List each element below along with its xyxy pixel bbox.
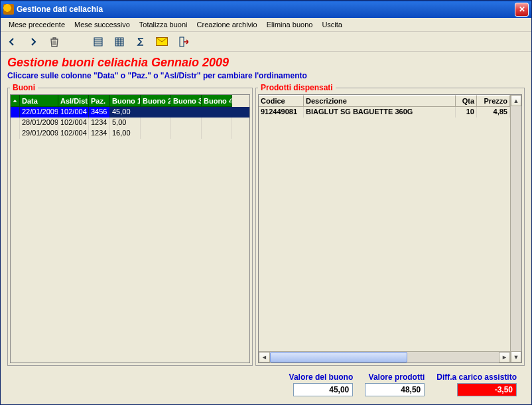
buoni-grid[interactable]: Data Asl/Distr. Paz. Buono 1 Buono 2 Buo…	[10, 94, 250, 363]
cell: 102/004	[58, 107, 89, 118]
prodotti-header[interactable]: Codice Descrizione Qta Prezzo	[259, 95, 510, 107]
prodotti-legend: Prodotti dispensati	[258, 83, 336, 92]
cell: 22/01/2009	[20, 107, 58, 118]
cell: 29/01/2009	[20, 128, 58, 139]
valore-buono-value: 45,00	[293, 383, 353, 396]
col-asl[interactable]: Asl/Distr.	[58, 95, 89, 107]
prodotti-body: 912449081BIAGLUT SG BAGUETTE 360G104,85	[259, 107, 510, 351]
titlebar: Gestione dati celiachia ✕	[1, 1, 531, 18]
scroll-right-icon[interactable]: ►	[499, 352, 510, 363]
toolbar	[1, 32, 531, 52]
cell: 1234	[89, 128, 110, 139]
table-row[interactable]: 29/01/2009102/004123416,00	[11, 128, 249, 139]
cell: 1234	[89, 118, 110, 128]
prodotti-grid[interactable]: Codice Descrizione Qta Prezzo 912449081B…	[258, 94, 522, 363]
buoni-fieldset: Buoni Data Asl/Distr. Paz. Buono 1 Buono…	[7, 83, 253, 366]
cell: 102/004	[58, 128, 89, 139]
menu-mese-precedente[interactable]: Mese precedente	[5, 19, 69, 30]
table-row[interactable]: 28/01/2009102/00412345,00	[11, 118, 249, 128]
valore-buono-block: Valore del buono 45,00	[289, 372, 354, 396]
scroll-up-icon[interactable]: ▲	[511, 95, 521, 106]
menu-uscita[interactable]: Uscita	[318, 19, 346, 30]
col-buono2[interactable]: Buono 2	[141, 95, 171, 107]
cell: 3456	[89, 107, 110, 118]
list-icon[interactable]	[92, 36, 104, 48]
cell: 4,85	[477, 107, 510, 118]
table-row[interactable]: 912449081BIAGLUT SG BAGUETTE 360G104,85	[259, 107, 510, 118]
col-paz[interactable]: Paz.	[89, 95, 110, 107]
diff-value: -3,50	[457, 383, 517, 396]
cell: 28/01/2009	[20, 118, 58, 128]
cell: 102/004	[58, 118, 89, 128]
diff-label: Diff.a carico assistito	[436, 372, 517, 382]
cell	[202, 107, 232, 118]
cell	[11, 128, 20, 139]
svg-rect-3	[180, 37, 184, 46]
menu-totalizza[interactable]: Totalizza buoni	[135, 19, 192, 30]
cell	[171, 128, 202, 139]
close-button[interactable]: ✕	[515, 3, 529, 17]
valore-prodotti-label: Valore prodotti	[369, 372, 425, 382]
footer: Valore del buono 45,00 Valore prodotti 4…	[7, 366, 525, 400]
panels: Buoni Data Asl/Distr. Paz. Buono 1 Buono…	[7, 83, 525, 366]
valore-prodotti-block: Valore prodotti 48,50	[365, 372, 425, 396]
menu-mese-successivo[interactable]: Mese successivo	[70, 19, 134, 30]
cell: 10	[456, 107, 477, 118]
sort-indicator-icon[interactable]	[11, 95, 20, 107]
cell: 16,00	[110, 128, 141, 139]
cell	[141, 118, 171, 128]
scroll-track-v[interactable]	[511, 106, 521, 351]
page-title: Gestione buoni celiachia Gennaio 2009	[7, 56, 525, 70]
col-codice[interactable]: Codice	[259, 95, 304, 107]
col-descrizione[interactable]: Descrizione	[304, 95, 456, 107]
trash-icon[interactable]	[48, 36, 60, 48]
exit-icon[interactable]	[177, 36, 189, 48]
scroll-track[interactable]	[270, 352, 499, 363]
cell: 45,00	[110, 107, 141, 118]
sigma-icon[interactable]	[135, 36, 147, 48]
prev-icon[interactable]	[6, 36, 18, 48]
valore-buono-label: Valore del buono	[289, 372, 354, 382]
instruction-text: Cliccare sulle colonne "Data" o "Paz." o…	[7, 71, 525, 80]
col-buono1[interactable]: Buono 1	[110, 95, 141, 107]
col-prezzo[interactable]: Prezzo	[477, 95, 510, 107]
content: Gestione buoni celiachia Gennaio 2009 Cl…	[1, 52, 531, 404]
mail-icon[interactable]	[156, 36, 168, 48]
cell	[11, 118, 20, 128]
cell	[141, 107, 171, 118]
col-buono3[interactable]: Buono 3	[171, 95, 202, 107]
menubar: Mese precedente Mese successivo Totalizz…	[1, 18, 531, 32]
cell	[11, 107, 20, 118]
scroll-left-icon[interactable]: ◄	[259, 352, 270, 363]
cell	[202, 118, 232, 128]
valore-prodotti-value: 48,50	[365, 383, 425, 396]
scroll-thumb[interactable]	[270, 352, 407, 363]
window-title: Gestione dati celiachia	[17, 5, 515, 14]
col-buono4[interactable]: Buono 4	[202, 95, 232, 107]
prodotti-fieldset: Prodotti dispensati Codice Descrizione Q…	[255, 83, 525, 366]
col-qta[interactable]: Qta	[456, 95, 477, 107]
cell	[171, 118, 202, 128]
next-icon[interactable]	[27, 36, 39, 48]
h-scrollbar[interactable]: ◄ ►	[259, 351, 510, 363]
buoni-legend: Buoni	[10, 83, 38, 92]
grid-icon[interactable]	[113, 36, 125, 48]
v-scrollbar[interactable]: ▲ ▼	[510, 95, 521, 363]
menu-elimina-buono[interactable]: Elimina buono	[263, 19, 317, 30]
diff-block: Diff.a carico assistito -3,50	[436, 372, 517, 396]
cell: 912449081	[259, 107, 304, 118]
buoni-header[interactable]: Data Asl/Distr. Paz. Buono 1 Buono 2 Buo…	[11, 95, 249, 107]
cell: BIAGLUT SG BAGUETTE 360G	[304, 107, 456, 118]
cell	[141, 128, 171, 139]
cell	[202, 128, 232, 139]
col-data[interactable]: Data	[20, 95, 58, 107]
cell	[171, 107, 202, 118]
menu-creazione-archivio[interactable]: Creazione archivio	[193, 19, 261, 30]
app-icon	[3, 4, 14, 15]
scroll-down-icon[interactable]: ▼	[511, 351, 521, 363]
window: Gestione dati celiachia ✕ Mese precedent…	[0, 0, 532, 405]
cell: 5,00	[110, 118, 141, 128]
buoni-body: 22/01/2009102/004345645,0028/01/2009102/…	[11, 107, 249, 363]
table-row[interactable]: 22/01/2009102/004345645,00	[11, 107, 249, 118]
